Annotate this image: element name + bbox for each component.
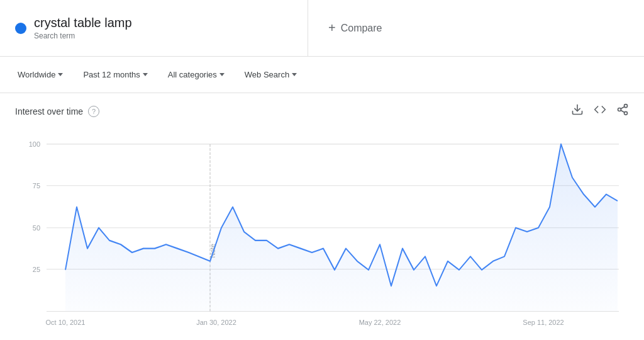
category-chevron-icon bbox=[219, 73, 225, 76]
category-filter[interactable]: All categories bbox=[160, 65, 232, 84]
svg-line-4 bbox=[621, 110, 625, 112]
compare-label: Compare bbox=[341, 23, 382, 34]
timeframe-filter[interactable]: Past 12 months bbox=[75, 65, 155, 84]
type-chevron-icon bbox=[292, 73, 297, 76]
category-filter-label: All categories bbox=[168, 70, 217, 79]
svg-text:Jan 30, 2022: Jan 30, 2022 bbox=[196, 318, 236, 326]
help-icon[interactable]: ? bbox=[88, 106, 99, 117]
search-term-text: crystal table lamp bbox=[34, 16, 132, 30]
chart-title-row: Interest over time ? bbox=[15, 106, 99, 117]
timeframe-filter-label: Past 12 months bbox=[83, 70, 140, 79]
svg-text:25: 25 bbox=[33, 266, 40, 273]
chart-actions bbox=[571, 103, 629, 119]
search-term-dot bbox=[15, 23, 26, 34]
location-filter[interactable]: Worldwide bbox=[10, 65, 70, 84]
compare-panel[interactable]: + Compare bbox=[308, 0, 644, 56]
svg-text:100: 100 bbox=[29, 140, 40, 148]
interest-chart: 100 75 50 25 Oct 10, 2021 Jan 30, 2022 M… bbox=[15, 124, 629, 338]
svg-line-5 bbox=[621, 106, 625, 108]
svg-text:May 22, 2022: May 22, 2022 bbox=[359, 318, 401, 326]
header: crystal table lamp Search term + Compare bbox=[0, 0, 644, 57]
location-filter-label: Worldwide bbox=[18, 70, 55, 79]
chart-container: 100 75 50 25 Oct 10, 2021 Jan 30, 2022 M… bbox=[15, 124, 629, 338]
search-term-label: Search term bbox=[34, 31, 132, 40]
svg-text:75: 75 bbox=[33, 182, 40, 190]
search-term-panel: crystal table lamp Search term bbox=[0, 0, 308, 56]
svg-text:Sep 11, 2022: Sep 11, 2022 bbox=[523, 318, 564, 326]
svg-text:50: 50 bbox=[33, 224, 40, 232]
location-chevron-icon bbox=[58, 73, 63, 76]
type-filter-label: Web Search bbox=[245, 70, 289, 79]
chart-title: Interest over time bbox=[15, 106, 83, 116]
filter-bar: Worldwide Past 12 months All categories … bbox=[0, 57, 644, 93]
embed-icon[interactable] bbox=[594, 103, 606, 119]
share-icon[interactable] bbox=[616, 103, 629, 119]
compare-plus-icon: + bbox=[328, 21, 336, 35]
chart-header: Interest over time ? bbox=[15, 103, 629, 119]
download-icon[interactable] bbox=[571, 103, 584, 119]
svg-text:Oct 10, 2021: Oct 10, 2021 bbox=[46, 318, 86, 326]
chart-section: Interest over time ? bbox=[0, 93, 644, 338]
term-info: crystal table lamp Search term bbox=[34, 16, 132, 40]
type-filter[interactable]: Web Search bbox=[237, 65, 304, 84]
timeframe-chevron-icon bbox=[143, 73, 148, 76]
